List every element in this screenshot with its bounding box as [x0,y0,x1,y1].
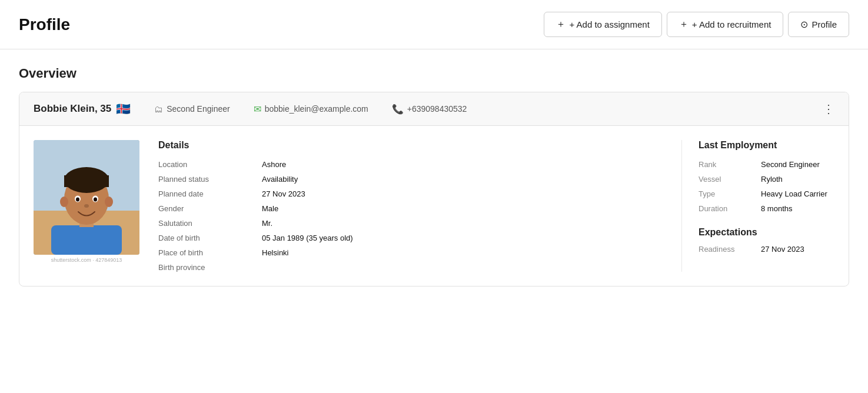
detail-label: Location [158,160,252,169]
svg-rect-6 [64,175,109,187]
user-circle-icon: ⊙ [800,19,808,30]
phone-icon: 📞 [392,104,404,115]
emp-value: Second Engineer [761,160,834,169]
emp-label: Type [699,189,751,198]
detail-value: Availability [262,175,663,184]
detail-value [262,263,663,272]
person-avatar-svg [34,140,139,255]
briefcase-icon: 🗂 [154,104,163,114]
person-email: bobbie_klein@example.com [265,104,368,114]
detail-label: Planned status [158,175,252,184]
person-role: Second Engineer [167,104,230,114]
detail-value: Helsinki [262,248,663,257]
country-flag: 🇮🇸 [116,102,131,116]
person-name: Bobbie Klein, 35 [34,103,111,115]
overview-title: Overview [19,66,849,81]
employment-grid: RankSecond EngineerVesselRylothTypeHeavy… [699,160,834,213]
more-options-icon[interactable]: ⋮ [823,102,834,116]
detail-label: Planned date [158,189,252,198]
svg-point-11 [84,204,89,208]
details-title: Details [158,140,663,151]
profile-card: Bobbie Klein, 35 🇮🇸 🗂 Second Engineer ✉ … [19,92,849,287]
profile-button[interactable]: ⊙ Profile [788,12,849,37]
add-assignment-label: + Add to assignment [569,19,649,29]
emp-value: 8 months [761,204,834,213]
detail-label: Date of birth [158,234,252,242]
exp-label: Readiness [699,245,751,254]
profile-photo [34,140,139,255]
expectations-title: Expectations [699,227,834,238]
person-email-group: ✉ bobbie_klein@example.com [254,104,368,115]
detail-label: Gender [158,204,252,213]
details-grid: LocationAshorePlanned statusAvailability… [158,160,663,272]
person-phone-group: 📞 +639098430532 [392,104,467,115]
add-to-recruitment-button[interactable]: ＋ + Add to recruitment [667,12,784,37]
plus-icon-assignment: ＋ [556,18,566,31]
page-header: Profile ＋ + Add to assignment ＋ + Add to… [0,0,868,49]
svg-point-10 [94,198,97,202]
svg-point-13 [105,196,113,207]
person-name-group: Bobbie Klein, 35 🇮🇸 [34,102,131,116]
detail-label: Salutation [158,219,252,228]
emp-value: Heavy Load Carrier [761,189,834,198]
email-icon: ✉ [254,104,261,115]
main-content: Overview Bobbie Klein, 35 🇮🇸 🗂 Second En… [0,49,868,287]
emp-label: Rank [699,160,751,169]
profile-header-bar: Bobbie Klein, 35 🇮🇸 🗂 Second Engineer ✉ … [19,92,849,126]
page-title: Profile [19,15,70,34]
detail-label: Place of birth [158,248,252,257]
details-section: Details LocationAshorePlanned statusAvai… [158,140,663,272]
detail-label: Birth province [158,263,252,272]
photo-watermark: shutterstock.com · 427849013 [51,257,122,263]
expectations-grid: Readiness27 Nov 2023 [699,245,834,254]
last-employment-title: Last Employment [699,140,834,151]
add-to-assignment-button[interactable]: ＋ + Add to assignment [544,12,661,37]
detail-value: Mr. [262,219,663,228]
profile-button-label: Profile [812,19,837,29]
detail-value: 27 Nov 2023 [262,189,663,198]
person-phone: +639098430532 [407,104,467,114]
detail-value: Ashore [262,160,663,169]
profile-photo-container: shutterstock.com · 427849013 [34,140,139,272]
profile-body: shutterstock.com · 427849013 Details Loc… [19,126,849,286]
detail-value: 05 Jan 1989 (35 years old) [262,234,663,242]
add-recruitment-label: + Add to recruitment [692,19,771,29]
emp-label: Vessel [699,175,751,184]
svg-rect-2 [51,225,122,255]
svg-point-9 [76,198,79,202]
plus-icon-recruitment: ＋ [679,18,689,31]
exp-value: 27 Nov 2023 [761,245,834,254]
svg-point-12 [60,196,68,207]
detail-value: Male [262,204,663,213]
header-actions: ＋ + Add to assignment ＋ + Add to recruit… [544,12,849,37]
employment-section: Last Employment RankSecond EngineerVesse… [681,140,834,272]
person-role-group: 🗂 Second Engineer [154,104,230,114]
emp-label: Duration [699,204,751,213]
emp-value: Ryloth [761,175,834,184]
